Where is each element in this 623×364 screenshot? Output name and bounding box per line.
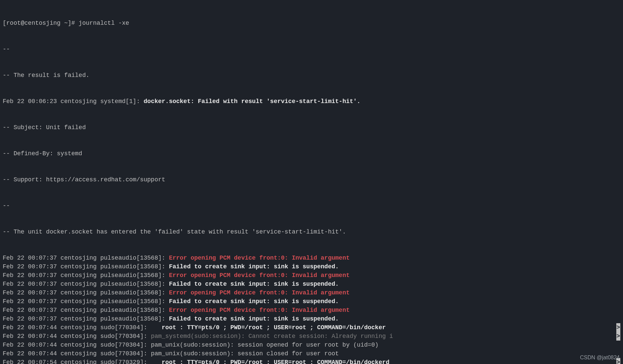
log-prefix: Feb 22 00:07:54 centosjing sudo[770329]:: [3, 359, 162, 364]
log-line: Feb 22 00:07:37 centosjing pulseaudio[13…: [3, 262, 620, 271]
log-prefix: Feb 22 00:07:37 centosjing pulseaudio[13…: [3, 281, 169, 287]
log-prefix: Feb 22 00:07:44 centosjing sudo[770304]:: [3, 342, 151, 348]
log-prefix: Feb 22 00:07:37 centosjing pulseaudio[13…: [3, 315, 169, 322]
log-unit-state: -- The unit docker.socket has entered th…: [3, 227, 620, 236]
log-prefix: Feb 22 00:07:37 centosjing pulseaudio[13…: [3, 307, 169, 313]
log-message: Failed to create sink input: sink is sus…: [169, 263, 339, 270]
log-line: Feb 22 00:07:37 centosjing pulseaudio[13…: [3, 254, 620, 262]
terminal-output[interactable]: [root@centosjing ~]# journalctl -xe -- -…: [0, 0, 623, 364]
log-line: Feb 22 00:07:44 centosjing sudo[770304]:…: [3, 341, 620, 349]
log-message: Error opening PCM device front:0: Invali…: [169, 272, 350, 279]
log-line: Feb 22 00:07:37 centosjing pulseaudio[13…: [3, 280, 620, 288]
log-line: Feb 22 00:07:44 centosjing sudo[770304]:…: [3, 332, 620, 341]
log-line: Feb 22 00:07:37 centosjing pulseaudio[13…: [3, 297, 620, 306]
command: journalctl -xe: [79, 20, 129, 26]
truncation-icon: >: [616, 332, 620, 341]
log-lines-container: Feb 22 00:07:37 centosjing pulseaudio[13…: [3, 254, 620, 364]
log-message: Error opening PCM device front:0: Invali…: [169, 289, 350, 296]
log-message: Error opening PCM device front:0: Invali…: [169, 307, 350, 313]
log-prefix: Feb 22 00:07:37 centosjing pulseaudio[13…: [3, 289, 169, 296]
log-subject: -- Subject: Unit failed: [3, 123, 620, 132]
log-separator: --: [3, 45, 620, 54]
log-separator: --: [3, 201, 620, 210]
log-line: Feb 22 00:07:44 centosjing sudo[770304]:…: [3, 349, 620, 358]
log-message: pam_systemd(sudo:session): Cannot create…: [151, 333, 393, 340]
log-message: Error opening PCM device front:0: Invali…: [169, 255, 350, 261]
log-line: Feb 22 00:07:37 centosjing pulseaudio[13…: [3, 288, 620, 297]
log-prefix: Feb 22 00:07:37 centosjing pulseaudio[13…: [3, 263, 169, 270]
watermark: CSDN @jat0824: [580, 353, 620, 362]
log-prefix: Feb 22 00:07:37 centosjing pulseaudio[13…: [3, 298, 169, 305]
log-defined-by: -- Defined-By: systemd: [3, 149, 620, 158]
log-prefix: Feb 22 00:07:44 centosjing sudo[770304]:: [3, 350, 151, 357]
log-message: root : TTY=pts/0 ; PWD=/root ; USER=root…: [162, 359, 389, 364]
log-line: Feb 22 00:07:54 centosjing sudo[770329]:…: [3, 358, 620, 364]
log-prefix: Feb 22 00:07:44 centosjing sudo[770304]:: [3, 333, 151, 340]
log-line: Feb 22 00:07:44 centosjing sudo[770304]:…: [3, 323, 620, 332]
prompt: [root@centosjing ~]#: [3, 20, 79, 26]
log-line: Feb 22 00:07:37 centosjing pulseaudio[13…: [3, 271, 620, 280]
log-message: root : TTY=pts/0 ; PWD=/root ; USER=root…: [162, 324, 389, 331]
log-prefix: Feb 22 00:07:44 centosjing sudo[770304]:: [3, 324, 162, 331]
log-message: docker.socket: Failed with result 'servi…: [144, 98, 360, 105]
truncation-icon: >: [616, 323, 620, 332]
log-message: Failed to create sink input: sink is sus…: [169, 315, 339, 322]
log-message: Failed to create sink input: sink is sus…: [169, 298, 339, 305]
log-message: pam_unix(sudo:session): session opened f…: [151, 342, 379, 348]
log-line: Feb 22 00:07:37 centosjing pulseaudio[13…: [3, 314, 620, 323]
prompt-line: [root@centosjing ~]# journalctl -xe: [3, 19, 620, 27]
log-line: Feb 22 00:07:37 centosjing pulseaudio[13…: [3, 306, 620, 314]
log-prefix: Feb 22 00:07:37 centosjing pulseaudio[13…: [3, 255, 169, 261]
log-support: -- Support: https://access.redhat.com/su…: [3, 175, 620, 184]
log-prefix: Feb 22 00:07:37 centosjing pulseaudio[13…: [3, 272, 169, 279]
log-docker-fail: Feb 22 00:06:23 centosjing systemd[1]: d…: [3, 97, 620, 106]
log-message: pam_unix(sudo:session): session closed f…: [151, 350, 339, 357]
log-result: -- The result is failed.: [3, 71, 620, 80]
log-message: Failed to create sink input: sink is sus…: [169, 281, 339, 287]
log-prefix: Feb 22 00:06:23 centosjing systemd[1]:: [3, 98, 144, 105]
